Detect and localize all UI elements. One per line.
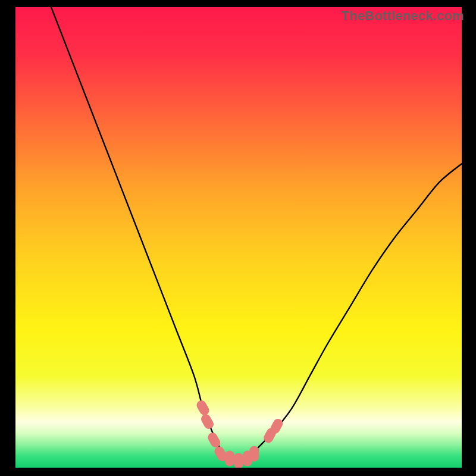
plot-svg <box>15 7 462 468</box>
watermark-text: TheBottleneck.com <box>342 8 464 24</box>
marker-trough-3 <box>234 453 243 468</box>
marker-trough-5 <box>249 446 259 462</box>
marker-trough-2 <box>225 451 234 466</box>
svg-rect-5 <box>234 453 243 468</box>
chart-frame: TheBottleneck.com <box>0 0 476 476</box>
svg-rect-4 <box>225 451 234 466</box>
plot-area <box>15 7 462 468</box>
svg-rect-7 <box>249 446 259 462</box>
